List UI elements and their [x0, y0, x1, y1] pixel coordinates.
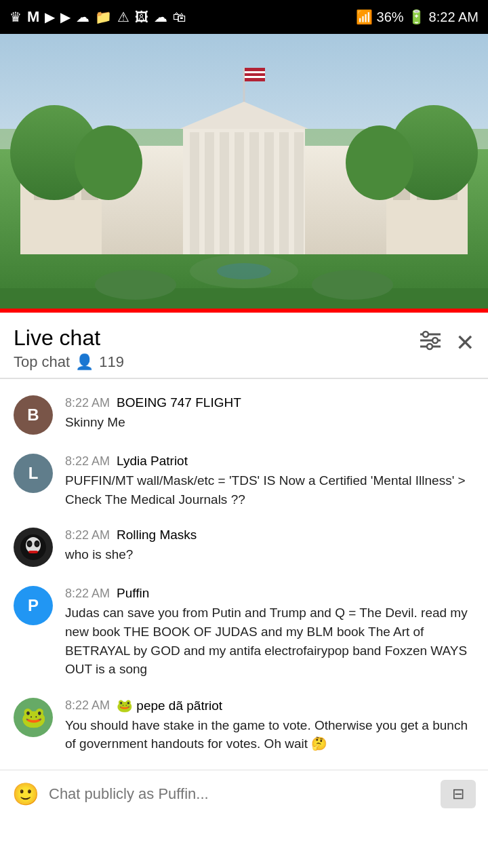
viewer-icon: 👤	[75, 353, 94, 371]
list-item: P 8:22 AM Puffin Judas can save you from…	[0, 576, 488, 688]
svg-point-45	[28, 542, 31, 546]
svg-point-46	[35, 542, 39, 546]
whitehouse-svg	[0, 34, 488, 309]
message-meta: 8:22 AM BOEING 747 FLIGHT	[65, 395, 474, 410]
warning-icon: ⚠	[117, 9, 129, 25]
list-item: 8:22 AM Rolling Masks who is she?	[0, 518, 488, 576]
message-meta: 8:22 AM 🐸 pepe dã pãtriot	[65, 698, 474, 713]
message-author: 🐸 pepe dã pãtriot	[117, 698, 222, 713]
close-icon[interactable]: ✕	[455, 329, 474, 356]
avatar	[14, 528, 53, 567]
status-icons-left: ♛ M ▶ ▶ ☁ 📁 ⚠ 🖼 ☁ 🛍	[9, 8, 186, 26]
svg-rect-9	[190, 132, 199, 254]
message-author: Lydia Patriot	[117, 454, 188, 469]
battery-icon: 🔋	[408, 9, 425, 25]
svg-rect-10	[205, 132, 214, 254]
battery-percent: 36%	[377, 9, 404, 25]
message-text: Skinny Me	[65, 413, 474, 432]
image-icon: 🖼	[135, 9, 148, 25]
list-item: 🐸 8:22 AM 🐸 pepe dã pãtriot You should h…	[0, 688, 488, 763]
svg-rect-11	[220, 132, 229, 254]
message-text: Judas can save you from Putin and Trump …	[65, 604, 474, 678]
status-bar: ♛ M ▶ ▶ ☁ 📁 ⚠ 🖼 ☁ 🛍 📶 36% 🔋 8:22 AM	[0, 0, 488, 34]
svg-rect-14	[264, 132, 274, 254]
svg-point-39	[432, 338, 438, 343]
svg-rect-15	[279, 132, 289, 254]
chat-subtitle: Top chat 👤 119	[14, 353, 124, 371]
clock: 8:22 AM	[429, 9, 479, 25]
status-info-right: 📶 36% 🔋 8:22 AM	[356, 9, 479, 25]
filter-icon[interactable]	[419, 330, 442, 355]
svg-point-29	[346, 125, 413, 200]
chat-title: Live chat	[14, 325, 124, 351]
svg-rect-16	[294, 132, 304, 254]
chat-input-bar[interactable]: 🙂 ⊟	[0, 770, 488, 818]
message-author: Puffin	[117, 586, 149, 601]
chat-list: B 8:22 AM BOEING 747 FLIGHT Skinny Me L …	[0, 379, 488, 769]
svg-point-27	[75, 125, 142, 200]
send-button[interactable]: ⊟	[441, 780, 476, 808]
list-item: L 8:22 AM Lydia Patriot PUFFIN/MT wall/M…	[0, 444, 488, 518]
message-text: PUFFIN/MT wall/Mask/etc = 'TDS' IS Now a…	[65, 471, 474, 509]
emoji-button[interactable]: 🙂	[12, 781, 39, 807]
cloud-icon: ☁	[76, 9, 89, 25]
svg-point-38	[423, 332, 428, 337]
svg-point-33	[95, 270, 176, 300]
bag-icon: 🛍	[173, 9, 186, 25]
svg-rect-47	[28, 551, 38, 553]
cloud2-icon: ☁	[154, 9, 167, 25]
list-item: B 8:22 AM BOEING 747 FLIGHT Skinny Me	[0, 386, 488, 444]
wifi-icon: 📶	[356, 9, 373, 25]
youtube-icon: ▶	[45, 9, 55, 25]
chat-header-left: Live chat Top chat 👤 119	[14, 325, 124, 371]
message-time: 8:22 AM	[65, 587, 110, 601]
chat-header-right[interactable]: ✕	[419, 325, 474, 356]
video-player[interactable]	[0, 34, 488, 309]
avatar: L	[14, 454, 53, 493]
svg-point-34	[312, 270, 393, 300]
video-thumbnail	[0, 34, 488, 309]
folder-icon: 📁	[95, 9, 112, 25]
chat-header: Live chat Top chat 👤 119 ✕	[0, 313, 488, 378]
svg-rect-13	[249, 132, 259, 254]
message-meta: 8:22 AM Lydia Patriot	[65, 454, 474, 469]
m-icon: M	[27, 8, 39, 26]
video-icon: ▶	[60, 9, 70, 25]
message-time: 8:22 AM	[65, 528, 110, 542]
svg-rect-4	[245, 71, 265, 73]
message-text: You should have stake in the game to vot…	[65, 716, 474, 753]
viewer-count: 119	[99, 353, 124, 371]
svg-point-40	[427, 344, 432, 349]
svg-rect-32	[0, 288, 488, 309]
svg-rect-3	[245, 68, 265, 81]
avatar: B	[14, 395, 53, 435]
message-body: 8:22 AM Puffin Judas can save you from P…	[65, 586, 474, 678]
crown-icon: ♛	[9, 9, 22, 25]
message-body: 8:22 AM 🐸 pepe dã pãtriot You should hav…	[65, 698, 474, 753]
svg-rect-12	[235, 132, 244, 254]
message-time: 8:22 AM	[65, 454, 110, 469]
send-icon: ⊟	[452, 785, 464, 803]
topchat-label: Top chat	[14, 353, 70, 371]
message-time: 8:22 AM	[65, 698, 110, 713]
message-body: 8:22 AM Rolling Masks who is she?	[65, 528, 474, 564]
message-text: who is she?	[65, 545, 474, 564]
message-time: 8:22 AM	[65, 396, 110, 410]
message-body: 8:22 AM Lydia Patriot PUFFIN/MT wall/Mas…	[65, 454, 474, 509]
message-author: Rolling Masks	[117, 528, 197, 542]
svg-rect-5	[245, 76, 265, 78]
svg-point-31	[217, 263, 271, 279]
message-body: 8:22 AM BOEING 747 FLIGHT Skinny Me	[65, 395, 474, 432]
message-meta: 8:22 AM Puffin	[65, 586, 474, 601]
message-meta: 8:22 AM Rolling Masks	[65, 528, 474, 542]
avatar: P	[14, 586, 53, 625]
message-author: BOEING 747 FLIGHT	[117, 395, 241, 410]
chat-input[interactable]	[49, 785, 431, 803]
avatar: 🐸	[14, 698, 53, 737]
